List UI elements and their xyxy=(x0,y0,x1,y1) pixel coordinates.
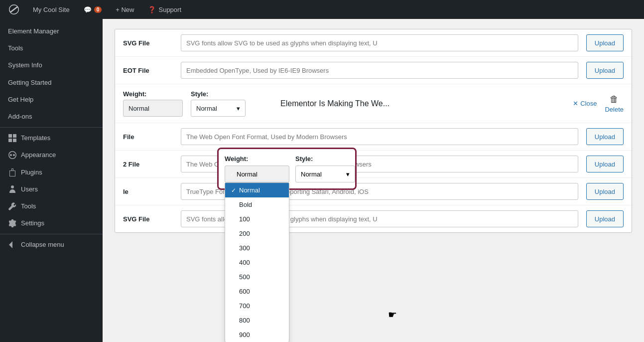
weight-option-400-label: 400 xyxy=(239,259,250,266)
weight-option-100[interactable]: ✓ 100 xyxy=(225,212,289,226)
delete-button-group: 🗑 Delete xyxy=(605,94,624,113)
tools-icon xyxy=(8,202,17,211)
svg-file-row-top: SVG File Upload xyxy=(115,29,632,57)
svg-file-label-bottom: SVG File xyxy=(123,215,173,223)
weight-option-900[interactable]: ✓ 900 xyxy=(225,328,289,342)
svg-upload-btn-top[interactable]: Upload xyxy=(586,34,624,51)
weight-option-bold-label: Bold xyxy=(239,201,252,208)
eot-file-label: EOT File xyxy=(123,67,173,74)
sidebar-label-users: Users xyxy=(21,185,38,194)
style-trigger-static[interactable]: Normal ▾ xyxy=(191,100,246,117)
sidebar-item-users[interactable]: Users xyxy=(0,181,103,198)
weight-label: Weight: xyxy=(225,155,289,163)
sidebar-label-plugins: Plugins xyxy=(21,168,42,177)
weight-option-500[interactable]: ✓ 500 xyxy=(225,270,289,284)
style-group: Style: Normal ▾ xyxy=(295,155,355,182)
ttf-file-row: le Upload xyxy=(115,178,632,205)
woff-upload-btn[interactable]: Upload xyxy=(586,128,624,145)
support-button[interactable]: ❓ Support xyxy=(145,0,184,19)
eot-file-input[interactable] xyxy=(181,62,578,79)
weight-option-400[interactable]: ✓ 400 xyxy=(225,255,289,270)
style-chevron: ▾ xyxy=(237,105,240,112)
site-name-button[interactable]: My Cool Site xyxy=(30,0,73,19)
comments-button[interactable]: 💬 0 xyxy=(81,0,105,19)
style-dropdown-trigger[interactable]: Normal ▾ xyxy=(295,166,355,182)
sidebar-item-collapse[interactable]: Collapse menu xyxy=(0,236,103,253)
font-header: Weight: Normal Style: Normal ▾ xyxy=(115,84,632,123)
weight-option-500-label: 500 xyxy=(239,273,250,281)
weight-dropdown-menu: ✓ Normal ✓ Bold ✓ 100 xyxy=(225,182,289,342)
weight-option-700-label: 700 xyxy=(239,302,250,310)
weight-dropdown-trigger[interactable]: ✓ Normal xyxy=(225,166,289,182)
svg-file-input-top[interactable] xyxy=(181,34,578,51)
weight-dropdown[interactable]: ✓ Normal ✓ Normal ✓ Bold xyxy=(225,166,289,182)
users-icon xyxy=(8,185,17,194)
sidebar-item-settings[interactable]: Settings xyxy=(0,215,103,232)
weight-trigger-static[interactable]: Normal xyxy=(123,100,183,117)
weight-option-bold[interactable]: ✓ Bold xyxy=(225,197,289,212)
style-value: Normal xyxy=(301,171,322,178)
eot-upload-btn[interactable]: Upload xyxy=(586,62,624,79)
style-label: Style: xyxy=(295,155,355,163)
woff2-upload-btn[interactable]: Upload xyxy=(586,156,624,172)
eot-file-row: EOT File Upload xyxy=(115,57,632,84)
sidebar-item-add-ons[interactable]: Add-ons xyxy=(0,108,103,125)
collapse-icon xyxy=(8,240,17,249)
sidebar-label-appearance: Appearance xyxy=(21,151,56,160)
sidebar-label-get-help: Get Help xyxy=(8,95,33,104)
sidebar-item-tools2[interactable]: Tools xyxy=(0,198,103,215)
weight-option-800-label: 800 xyxy=(239,317,250,324)
sidebar-label-templates: Templates xyxy=(21,134,50,143)
close-x-icon: ✕ xyxy=(573,100,578,107)
weight-dropdown-highlight: Weight: ✓ Normal ✓ Normal ✓ xyxy=(217,148,357,190)
weight-option-600[interactable]: ✓ 600 xyxy=(225,284,289,299)
sidebar-label-add-ons: Add-ons xyxy=(8,112,32,121)
sidebar-item-templates[interactable]: Templates xyxy=(0,130,103,147)
weight-label-static: Weight: xyxy=(123,90,183,98)
sidebar-divider-1 xyxy=(0,127,103,128)
cursor-hand: ☛ xyxy=(388,309,397,321)
woff-file-input[interactable] xyxy=(181,128,578,145)
settings-icon xyxy=(8,219,17,228)
templates-icon xyxy=(8,134,17,143)
weight-check-icon: ✓ xyxy=(230,171,235,177)
sidebar-item-getting-started[interactable]: Getting Started xyxy=(0,74,103,91)
new-button[interactable]: + New xyxy=(113,0,137,19)
weight-selected-static: Normal xyxy=(129,105,149,112)
svg-file-label-top: SVG File xyxy=(123,39,173,47)
weight-option-700[interactable]: ✓ 700 xyxy=(225,299,289,313)
sidebar-label-tools: Tools xyxy=(8,44,23,53)
close-button[interactable]: ✕ Close xyxy=(573,100,597,107)
sidebar-item-get-help[interactable]: Get Help xyxy=(0,91,103,108)
sidebar-item-appearance[interactable]: Appearance xyxy=(0,147,103,164)
sidebar-item-plugins[interactable]: Plugins xyxy=(0,164,103,181)
style-dropdown[interactable]: Normal ▾ xyxy=(295,166,355,182)
content-area: SVG File Upload EOT File Upload Weight: xyxy=(103,19,644,342)
ttf-file-label: le xyxy=(123,188,173,195)
sidebar-item-tools[interactable]: Tools xyxy=(0,40,103,57)
style-label-static: Style: xyxy=(191,90,246,98)
ttf-upload-btn[interactable]: Upload xyxy=(586,183,624,200)
sidebar-label-getting-started: Getting Started xyxy=(8,78,51,87)
notification-badge: 0 xyxy=(94,6,102,13)
trash-icon[interactable]: 🗑 xyxy=(610,94,619,105)
weight-option-300[interactable]: ✓ 300 xyxy=(225,241,289,255)
weight-option-100-label: 100 xyxy=(239,215,250,223)
support-label: Support xyxy=(158,6,181,13)
font-card: SVG File Upload EOT File Upload Weight: xyxy=(115,29,632,233)
woff-file-row: File Upload xyxy=(115,123,632,151)
weight-option-800[interactable]: ✓ 800 xyxy=(225,313,289,328)
woff2-file-label: 2 File xyxy=(123,161,173,168)
admin-bar: My Cool Site 💬 0 + New ❓ Support xyxy=(0,0,644,19)
weight-option-normal[interactable]: ✓ Normal xyxy=(225,183,289,197)
sidebar-label-system-info: System Info xyxy=(8,61,42,70)
delete-label[interactable]: Delete xyxy=(605,106,624,113)
sidebar-item-system-info[interactable]: System Info xyxy=(0,57,103,74)
weight-option-200[interactable]: ✓ 200 xyxy=(225,226,289,241)
comment-icon: 💬 xyxy=(84,6,92,13)
sidebar-item-element-manager[interactable]: Element Manager xyxy=(0,23,103,40)
sidebar-divider-2 xyxy=(0,234,103,234)
site-name: My Cool Site xyxy=(33,6,70,13)
wp-logo-button[interactable] xyxy=(6,0,22,19)
svg-upload-btn-bottom[interactable]: Upload xyxy=(586,210,624,227)
